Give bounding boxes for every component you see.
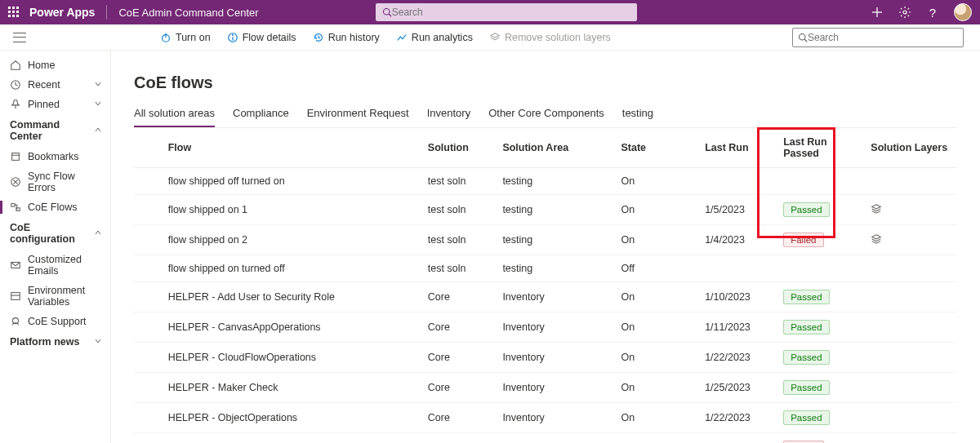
global-search[interactable] <box>376 3 637 21</box>
page-search-input[interactable] <box>808 32 958 43</box>
nav-coe-support[interactable]: CoE Support <box>0 312 110 331</box>
nav-customized-emails[interactable]: Customized Emails <box>0 250 110 281</box>
divider <box>106 5 107 20</box>
table-row[interactable]: HELPER - Add User to Security RoleCoreIn… <box>134 282 957 312</box>
cell-solution: Core <box>423 403 498 433</box>
mail-icon <box>10 259 21 271</box>
cell-layers <box>866 343 957 373</box>
tab-all-solution-areas[interactable]: All solution areas <box>134 107 215 127</box>
table-row[interactable]: flow shipped on 2test solntestingOn1/4/2… <box>134 225 957 255</box>
svg-rect-15 <box>12 153 20 161</box>
global-search-input[interactable] <box>392 7 630 18</box>
bookmark-icon <box>10 151 21 162</box>
cmd-turn-on[interactable]: Turn on <box>160 32 211 43</box>
cell-last-run-passed: Passed <box>778 403 866 433</box>
col-last-run[interactable]: Last Run <box>700 128 778 168</box>
cell-last-run-passed: Failed <box>778 225 866 255</box>
table-row[interactable]: flow shipped on 1test solntestingOn1/5/2… <box>134 195 957 225</box>
sync-error-icon <box>10 176 21 188</box>
cell-solution: test soln <box>423 225 498 255</box>
cell-state: On <box>616 195 700 225</box>
nav-environment-variables[interactable]: Environment Variables <box>0 281 110 312</box>
cmd-label: Run history <box>328 32 380 43</box>
table-row[interactable]: flow shipped off turned ontest solntesti… <box>134 168 957 195</box>
chevron-down-icon <box>94 336 102 348</box>
cmd-label: Flow details <box>243 32 296 43</box>
table-row[interactable]: HELPER - Send EmailCoreInventoryOn1/25/2… <box>134 433 957 444</box>
cmd-label: Turn on <box>176 32 211 43</box>
cell-last-run <box>700 255 778 282</box>
home-icon <box>10 60 21 71</box>
cell-solution: test soln <box>423 195 498 225</box>
tab-other-core-components[interactable]: Other Core Components <box>488 107 604 127</box>
cell-solution: Core <box>423 433 498 444</box>
cell-last-run-passed: Passed <box>778 312 866 343</box>
nav-group-platform-news[interactable]: Platform news <box>0 331 110 352</box>
table-row[interactable]: HELPER - CloudFlowOperationsCoreInventor… <box>134 343 957 373</box>
cell-last-run: 1/25/2023 <box>700 433 778 444</box>
nav-group-label: CoE configuration <box>10 222 94 245</box>
cell-last-run: 1/5/2023 <box>700 195 778 225</box>
power-icon <box>160 32 172 43</box>
cell-solution: Core <box>423 343 498 373</box>
nav-bookmarks[interactable]: Bookmarks <box>0 147 110 166</box>
cell-state: On <box>616 433 700 444</box>
col-last-run-passed[interactable]: Last Run Passed <box>778 128 866 168</box>
cell-last-run-passed <box>778 168 866 195</box>
col-solution[interactable]: Solution <box>423 128 498 168</box>
command-bar: Turn on Flow details Run history Run ana… <box>0 24 980 51</box>
cmd-run-analytics[interactable]: Run analytics <box>396 32 473 43</box>
tab-testing[interactable]: testing <box>622 107 653 127</box>
support-icon <box>10 316 21 327</box>
nav-label: Environment Variables <box>28 285 102 308</box>
layers-icon[interactable] <box>871 236 882 247</box>
table-row[interactable]: HELPER - ObjectOperationsCoreInventoryOn… <box>134 403 957 433</box>
chevron-up-icon <box>94 228 102 239</box>
tab-inventory[interactable]: Inventory <box>427 107 470 127</box>
tab-compliance[interactable]: Compliance <box>233 107 289 127</box>
add-icon[interactable] <box>871 6 884 19</box>
svg-marker-10 <box>491 33 500 37</box>
cell-flow: HELPER - Add User to Security Role <box>163 282 423 312</box>
nav-group-command-center[interactable]: Command Center <box>0 114 110 147</box>
cmd-run-history[interactable]: Run history <box>313 32 380 43</box>
svg-point-4 <box>903 11 906 14</box>
table-row[interactable]: HELPER - CanvasAppOperationsCoreInventor… <box>134 312 957 343</box>
nav-coe-flows[interactable]: CoE Flows <box>0 197 110 217</box>
cell-last-run: 1/22/2023 <box>700 343 778 373</box>
app-launcher-icon[interactable] <box>8 7 20 18</box>
cell-flow: flow shipped off turned on <box>163 168 423 195</box>
page-title: CoE flows <box>134 73 957 92</box>
settings-icon[interactable] <box>898 6 911 19</box>
cell-solution: Core <box>423 282 498 312</box>
pin-icon <box>10 99 21 110</box>
cell-last-run: 1/25/2023 <box>700 373 778 403</box>
cmd-flow-details[interactable]: Flow details <box>227 32 296 43</box>
cell-last-run-passed: Passed <box>778 343 866 373</box>
help-icon[interactable]: ? <box>926 6 939 19</box>
cell-state: On <box>616 168 700 195</box>
col-solution-layers[interactable]: Solution Layers <box>866 128 957 168</box>
col-flow[interactable]: Flow <box>163 128 423 168</box>
page-search[interactable] <box>792 28 964 47</box>
cell-area: testing <box>497 225 616 255</box>
nav-pinned[interactable]: Pinned <box>0 95 110 114</box>
user-avatar[interactable] <box>954 3 972 21</box>
col-area[interactable]: Solution Area <box>497 128 616 168</box>
col-state[interactable]: State <box>616 128 700 168</box>
flow-icon <box>10 202 21 213</box>
table-row[interactable]: flow shipped on turned offtest solntesti… <box>134 255 957 282</box>
cell-last-run-passed: Passed <box>778 282 866 312</box>
cell-state: On <box>616 282 700 312</box>
tab-environment-request[interactable]: Environment Request <box>307 107 409 127</box>
nav-home[interactable]: Home <box>0 55 110 75</box>
main-content: CoE flows All solution areasComplianceEn… <box>111 51 980 443</box>
nav-recent[interactable]: Recent <box>0 75 110 95</box>
tab-strip: All solution areasComplianceEnvironment … <box>134 107 957 128</box>
cell-flow: flow shipped on 1 <box>163 195 423 225</box>
nav-group-coe-config[interactable]: CoE configuration <box>0 217 110 250</box>
layers-icon[interactable] <box>871 206 882 217</box>
nav-toggle-icon[interactable] <box>13 33 26 42</box>
nav-sync-flow-errors[interactable]: Sync Flow Errors <box>0 166 110 197</box>
table-row[interactable]: HELPER - Maker CheckCoreInventoryOn1/25/… <box>134 373 957 403</box>
